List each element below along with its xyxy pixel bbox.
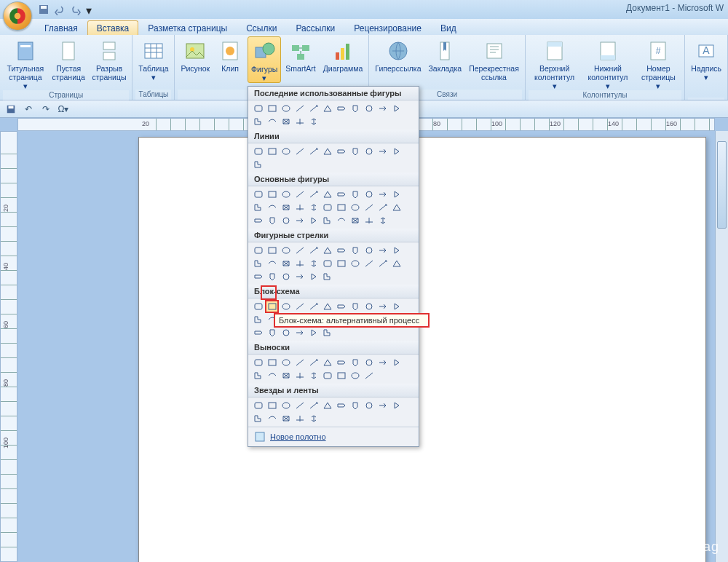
page-break-button[interactable]: Разрыв страницы [90, 36, 130, 82]
shape-item[interactable] [320, 300, 334, 313]
shape-item[interactable] [265, 412, 279, 425]
shape-item[interactable] [279, 257, 293, 270]
qat-dropdown-icon[interactable]: ▾ [86, 4, 98, 15]
shape-item[interactable] [279, 201, 293, 214]
shape-item[interactable] [293, 214, 306, 227]
shape-item[interactable] [334, 257, 348, 270]
shape-item[interactable] [348, 399, 362, 412]
shape-item[interactable] [293, 244, 306, 257]
undo-icon[interactable] [54, 4, 66, 15]
shape-item[interactable] [293, 201, 306, 214]
shape-item[interactable] [293, 115, 306, 128]
shape-item[interactable] [334, 102, 348, 115]
shape-item[interactable] [320, 257, 334, 270]
shape-item[interactable] [306, 244, 320, 257]
shape-item[interactable] [279, 102, 293, 115]
shape-item[interactable] [389, 300, 403, 313]
shape-item[interactable] [320, 369, 334, 382]
shape-item[interactable] [251, 356, 265, 369]
save-icon[interactable] [38, 4, 50, 15]
shape-item[interactable] [320, 214, 334, 227]
shape-item[interactable] [320, 201, 334, 214]
shape-item[interactable] [251, 313, 265, 326]
shape-item[interactable] [334, 145, 348, 158]
shape-item[interactable] [362, 257, 376, 270]
crossref-button[interactable]: Перекрестная ссылка [466, 36, 522, 82]
shape-item[interactable] [376, 102, 389, 115]
shape-item[interactable] [389, 102, 403, 115]
shape-item[interactable] [320, 188, 334, 201]
shape-item[interactable] [279, 115, 293, 128]
shape-item[interactable] [348, 102, 362, 115]
shape-item[interactable] [279, 214, 293, 227]
shape-item[interactable] [389, 145, 403, 158]
shape-item[interactable] [251, 145, 265, 158]
picture-button[interactable]: Рисунок [178, 36, 213, 73]
shape-item[interactable] [279, 188, 293, 201]
shape-item[interactable] [251, 399, 265, 412]
header-button[interactable]: Верхний колонтитул ▾ [529, 36, 580, 90]
omega-icon[interactable]: Ω▾ [57, 103, 70, 116]
save-icon[interactable] [4, 103, 17, 116]
shape-item[interactable] [306, 369, 320, 382]
shape-item[interactable] [251, 188, 265, 201]
shape-item[interactable] [279, 300, 293, 313]
shape-item[interactable] [320, 102, 334, 115]
blank-page-button[interactable]: Пустая страница [50, 36, 88, 82]
tab-page-layout[interactable]: Разметка страницы [138, 20, 237, 35]
shape-item[interactable] [362, 369, 376, 382]
shape-item[interactable] [279, 412, 293, 425]
tab-home[interactable]: Главная [35, 20, 87, 35]
redo-icon[interactable]: ↷ [39, 103, 52, 116]
shape-item[interactable] [348, 201, 362, 214]
hyperlink-button[interactable]: Гиперссылка [372, 36, 424, 73]
shape-item[interactable] [293, 412, 306, 425]
shape-item[interactable] [251, 270, 265, 283]
shape-item[interactable] [265, 145, 279, 158]
shape-item[interactable] [320, 356, 334, 369]
shape-item[interactable] [334, 399, 348, 412]
shape-item[interactable] [362, 102, 376, 115]
shape-item[interactable] [279, 145, 293, 158]
shape-item[interactable] [265, 102, 279, 115]
shape-item[interactable] [306, 270, 320, 283]
new-canvas-item[interactable]: Новое полотно [248, 427, 419, 446]
shape-item[interactable] [389, 201, 403, 214]
tab-view[interactable]: Вид [431, 20, 466, 35]
vertical-ruler[interactable]: 20406080100 [0, 131, 17, 562]
shape-item[interactable] [251, 244, 265, 257]
shape-item[interactable] [348, 257, 362, 270]
shape-item[interactable] [348, 356, 362, 369]
shape-item[interactable] [376, 257, 389, 270]
tab-references[interactable]: Ссылки [237, 20, 286, 35]
shape-item[interactable] [389, 188, 403, 201]
shape-item[interactable] [279, 244, 293, 257]
shape-item[interactable] [376, 356, 389, 369]
shape-item[interactable] [362, 300, 376, 313]
cover-page-button[interactable]: Титульная страница ▾ [3, 36, 48, 90]
shape-item[interactable] [320, 145, 334, 158]
shape-item[interactable] [362, 145, 376, 158]
redo-icon[interactable] [70, 4, 82, 15]
shape-item[interactable] [362, 214, 376, 227]
shape-item[interactable] [334, 369, 348, 382]
shape-item[interactable] [376, 145, 389, 158]
shape-item[interactable] [320, 270, 334, 283]
shape-item[interactable] [362, 188, 376, 201]
footer-button[interactable]: Нижний колонтитул ▾ [582, 36, 633, 90]
shape-item[interactable] [279, 270, 293, 283]
shape-item[interactable] [306, 326, 320, 339]
shape-item[interactable] [293, 356, 306, 369]
shape-item[interactable] [389, 399, 403, 412]
scrollbar-thumb[interactable] [717, 141, 727, 229]
shape-item[interactable] [376, 244, 389, 257]
shape-item[interactable] [251, 158, 265, 171]
shape-item[interactable] [265, 270, 279, 283]
shape-item[interactable] [306, 145, 320, 158]
shape-item[interactable] [348, 145, 362, 158]
shape-item[interactable] [362, 356, 376, 369]
shape-item[interactable] [306, 214, 320, 227]
textbox-button[interactable]: AНадпись ▾ [688, 36, 724, 82]
shape-item[interactable] [265, 326, 279, 339]
shape-item[interactable] [376, 399, 389, 412]
